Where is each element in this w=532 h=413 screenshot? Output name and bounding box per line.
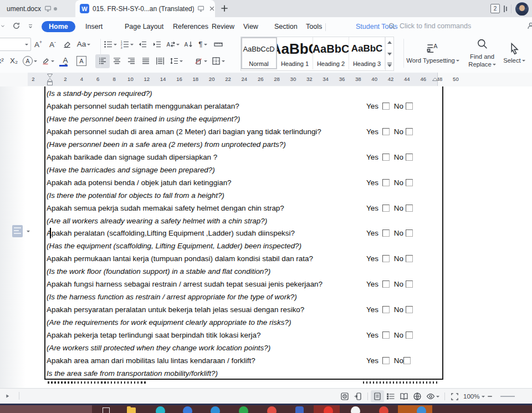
app-icon-blue-1[interactable] xyxy=(183,406,192,413)
style-heading-1[interactable]: AaBbCHeading 1 xyxy=(277,37,313,69)
no-checkbox[interactable] xyxy=(406,103,413,110)
task-window-icon[interactable] xyxy=(338,390,351,402)
file-explorer-icon[interactable] xyxy=(127,407,136,413)
no-checkbox[interactable] xyxy=(406,205,413,212)
distribute-icon-button[interactable] xyxy=(153,54,167,68)
font-size-combo-button[interactable] xyxy=(0,38,31,51)
gallery-scroll[interactable] xyxy=(385,37,393,70)
menu-tab-tools[interactable]: Tools xyxy=(305,21,323,32)
document-canvas[interactable]: (Is a stand-by person required?)Apakah p… xyxy=(0,86,532,388)
menu-tab-view[interactable]: View xyxy=(242,21,259,32)
user-avatar[interactable] xyxy=(515,2,529,16)
sort-icon-button[interactable]: A xyxy=(182,38,195,52)
yes-checkbox[interactable] xyxy=(382,179,390,186)
increase-font-size-button[interactable]: A+ xyxy=(31,38,45,52)
borders-icon-button[interactable] xyxy=(209,54,227,68)
app-icon-blue-2[interactable] xyxy=(211,406,220,413)
line-spacing-icon-button[interactable] xyxy=(167,54,185,68)
app-icon-green[interactable] xyxy=(239,406,248,413)
no-checkbox[interactable] xyxy=(406,332,413,339)
read-mode-icon[interactable] xyxy=(397,390,411,402)
yes-checkbox[interactable] xyxy=(382,205,390,212)
style-normal[interactable]: AaBbCcDNormal xyxy=(241,37,277,69)
align-right-icon-button[interactable] xyxy=(124,54,139,68)
numbered-list-icon-button[interactable]: 123 xyxy=(119,38,135,52)
macro-play-icon[interactable] xyxy=(4,393,11,399)
no-checkbox[interactable] xyxy=(406,255,413,262)
paragraph-marks-button[interactable]: ¶ xyxy=(195,38,211,52)
word-typesetting-button[interactable]: A Word Typesetting xyxy=(406,37,459,70)
clear-formatting-icon-button[interactable] xyxy=(60,38,74,52)
font-color-button[interactable]: A xyxy=(57,54,74,68)
decrease-indent-icon-button[interactable] xyxy=(135,38,150,52)
menu-tab-page-layout[interactable]: Page Layout xyxy=(124,21,165,32)
page-view-icon[interactable] xyxy=(371,390,384,402)
search-input[interactable] xyxy=(398,22,484,30)
app-icon-teal[interactable] xyxy=(156,406,165,413)
redo-icon[interactable] xyxy=(12,22,21,30)
menu-tab-insert[interactable]: Insert xyxy=(84,21,104,32)
web-layout-icon[interactable] xyxy=(411,390,424,402)
find-and-replace-button[interactable]: Find andReplace xyxy=(466,37,499,70)
no-checkbox[interactable] xyxy=(406,128,413,135)
app-icon-red-2[interactable] xyxy=(379,406,388,413)
right-indent-marker-icon[interactable] xyxy=(432,77,438,84)
justify-icon-button[interactable] xyxy=(139,54,153,68)
fit-screen-icon[interactable] xyxy=(448,390,461,402)
app-icon-white[interactable] xyxy=(351,406,360,413)
gallery-more-icon[interactable] xyxy=(386,59,393,70)
bullet-list-icon-button[interactable] xyxy=(102,38,119,52)
outline-view-icon[interactable] xyxy=(384,390,397,402)
new-tab-button[interactable] xyxy=(219,3,231,14)
yes-checkbox[interactable] xyxy=(382,281,390,288)
yes-checkbox[interactable] xyxy=(382,332,390,339)
document-count-badge[interactable]: 2 xyxy=(490,4,500,13)
undo-dropdown-icon[interactable] xyxy=(0,23,6,29)
style-heading-2[interactable]: AaBbCHeading 2 xyxy=(313,37,349,69)
taskbar-window-icon[interactable] xyxy=(103,407,110,413)
character-border-button[interactable]: A xyxy=(74,54,89,68)
document-tab-inactive[interactable]: ument.docx xyxy=(0,0,78,17)
shading-icon-button[interactable] xyxy=(192,54,209,68)
zoom-level[interactable]: 100% xyxy=(463,393,479,400)
highlight-color-icon-button[interactable] xyxy=(39,54,57,68)
no-checkbox[interactable] xyxy=(406,230,413,237)
more-commands-icon[interactable] xyxy=(27,23,34,29)
assistant-icon[interactable] xyxy=(526,22,532,30)
subscript-button[interactable]: X₂ xyxy=(7,54,21,68)
tab-settings-icon-button[interactable] xyxy=(211,38,226,52)
yes-checkbox[interactable] xyxy=(382,357,390,364)
yes-checkbox[interactable] xyxy=(382,103,390,110)
yes-checkbox[interactable] xyxy=(382,230,390,237)
align-center-icon-button[interactable] xyxy=(110,54,124,68)
reading-eye-icon[interactable] xyxy=(424,390,442,402)
document-tab-active[interactable]: W 015. FR-SH-SY-0...an (Translated) xyxy=(75,0,215,17)
app-icon-blue-3[interactable] xyxy=(417,406,426,413)
zoom-slider[interactable] xyxy=(500,396,515,397)
text-effects-button[interactable]: A xyxy=(21,54,39,68)
close-tab-icon[interactable] xyxy=(209,6,215,12)
no-checkbox[interactable] xyxy=(406,179,413,186)
menu-tab-home[interactable]: Home xyxy=(42,21,75,32)
change-case-button[interactable]: Aa xyxy=(74,38,93,52)
app-icon-red-1[interactable] xyxy=(267,406,277,413)
align-left-icon-button[interactable] xyxy=(95,54,110,68)
command-search[interactable] xyxy=(388,22,484,30)
menu-tab-review[interactable]: Review xyxy=(211,21,236,32)
indent-markers-icon[interactable] xyxy=(47,73,53,86)
no-checkbox[interactable] xyxy=(406,281,413,288)
mobile-view-icon[interactable] xyxy=(351,390,365,402)
horizontal-ruler[interactable]: 2246810121416182022242628303234363840424… xyxy=(0,73,532,87)
gallery-down-icon[interactable] xyxy=(386,48,393,59)
superscript-button[interactable]: x² xyxy=(0,54,7,68)
app-icon-blue-square[interactable] xyxy=(295,406,304,413)
asian-layout-icon-button[interactable]: A xyxy=(164,38,182,52)
gallery-up-icon[interactable] xyxy=(386,37,393,48)
menu-tab-section[interactable]: Section xyxy=(273,21,299,32)
style-heading-3[interactable]: AaBbCHeading 3 xyxy=(349,37,385,69)
yes-checkbox[interactable] xyxy=(382,154,390,161)
decrease-font-size-button[interactable]: A- xyxy=(45,38,60,52)
app-icon-red-active[interactable] xyxy=(324,406,333,413)
no-checkbox[interactable] xyxy=(406,154,413,161)
yes-checkbox[interactable] xyxy=(382,128,390,135)
